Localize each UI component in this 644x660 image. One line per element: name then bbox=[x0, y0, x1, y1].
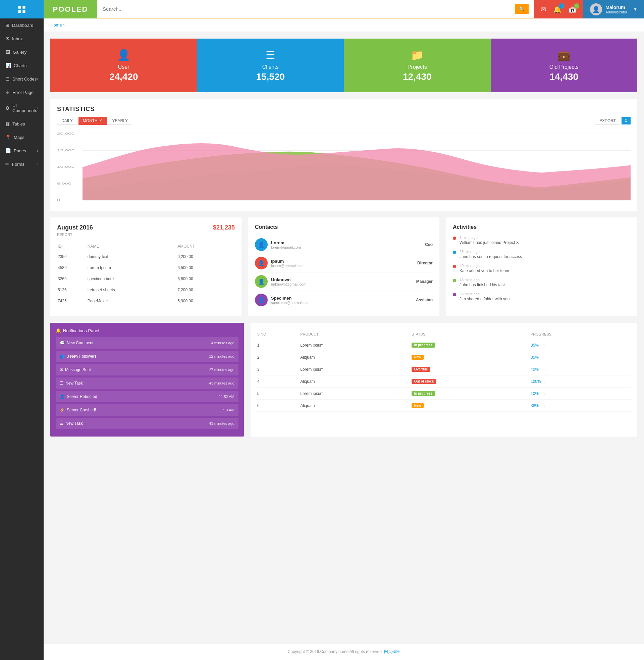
contact-item: 👤 Specimen specimen@hotmail.com Assistan bbox=[255, 291, 433, 310]
cell-name: dummy text bbox=[88, 252, 177, 262]
activity-text: Kate added you to her team bbox=[460, 268, 630, 273]
notification-item[interactable]: ☰ New Task 43 minutes ago bbox=[56, 378, 238, 389]
contacts-list: 👤 Lorem lorem@gmail.com Ceo👤 Ipsum ipsum… bbox=[255, 235, 433, 310]
cell-sno: 2 bbox=[257, 351, 301, 363]
sidebar-item-forms[interactable]: ✏ Forms › bbox=[0, 157, 44, 171]
col-status: STATUS bbox=[412, 329, 531, 339]
progress-cell: 100% ↓ bbox=[531, 379, 630, 384]
stats-title: STATISTICS bbox=[57, 106, 630, 113]
status-badge: Overdue bbox=[412, 367, 431, 372]
stats-btn-daily[interactable]: DAILY bbox=[57, 117, 77, 125]
stat-cards: 👤 User 24,420☰ Clients 15,520📁 Projects … bbox=[50, 39, 637, 92]
sidebar-icon: 📊 bbox=[5, 63, 11, 68]
activity-text: Williams has just joined Project X bbox=[460, 240, 630, 245]
progress-arrow-icon: ↓ bbox=[543, 392, 545, 395]
notification-item[interactable]: ⚡ Server Crashed! 11:13 AM bbox=[56, 404, 238, 416]
user-info: Malorum Administrator bbox=[605, 5, 627, 14]
cell-progress: 40% ↓ bbox=[531, 363, 630, 375]
products-table-card: S.NO PRODUCT STATUS PROGRESS 1 Lorem ips… bbox=[251, 323, 637, 436]
card-icon: 👤 bbox=[117, 49, 131, 62]
notification-item[interactable]: 💬 New Comment 4 minutes ago bbox=[56, 337, 238, 349]
breadcrumb-home[interactable]: Home bbox=[50, 22, 62, 27]
search-button[interactable]: 🔍 bbox=[515, 4, 529, 14]
export-settings-button[interactable]: ⚙ bbox=[622, 117, 630, 124]
sidebar-item-inbox[interactable]: ✉ Inbox bbox=[0, 32, 44, 45]
email-icon-button[interactable]: ✉ bbox=[541, 5, 546, 14]
activity-content: 25 mins ago Jane has sent a request for … bbox=[460, 250, 630, 259]
status-badge: New bbox=[412, 355, 424, 360]
notification-item[interactable]: 👥 3 New Followers 12 minutes ago bbox=[56, 350, 238, 362]
svg-text:20,000: 20,000 bbox=[57, 132, 75, 135]
notification-bell-button[interactable]: 🔔 3 bbox=[553, 5, 561, 14]
report-date: August 2016 bbox=[57, 224, 93, 231]
notification-item[interactable]: ✉ Message Sent 27 minutes ago bbox=[56, 364, 238, 375]
stats-btn-yearly[interactable]: YEARLY bbox=[108, 117, 132, 125]
cell-id: 7425 bbox=[58, 296, 87, 306]
table-row: 2356 dummy text 6,200.00 bbox=[58, 252, 234, 262]
user-menu[interactable]: 👤 Malorum Administrator ▼ bbox=[583, 0, 644, 19]
svg-text:2015-09: 2015-09 bbox=[452, 203, 470, 204]
sidebar-item-tables[interactable]: ▦ Tables bbox=[0, 117, 44, 131]
sidebar-icon: ⚠ bbox=[5, 90, 10, 95]
contact-info: Unknown unknown@gmail.com bbox=[271, 277, 416, 286]
cell-product: Aliquam bbox=[300, 375, 411, 388]
content-area: 👤 User 24,420☰ Clients 15,520📁 Projects … bbox=[44, 32, 644, 643]
sidebar-logo[interactable] bbox=[0, 0, 44, 19]
activity-item: 40 mins ago Kate added you to her team bbox=[453, 264, 630, 273]
contact-email: specimen@hotmail.com bbox=[271, 301, 416, 305]
svg-text:0: 0 bbox=[57, 198, 60, 202]
svg-rect-0 bbox=[19, 6, 21, 8]
progress-arrow-icon: ↓ bbox=[543, 343, 545, 347]
search-input[interactable] bbox=[102, 6, 515, 12]
sidebar-item-gallery[interactable]: 🖼 Gallery bbox=[0, 45, 44, 59]
breadcrumb-separator: › bbox=[63, 22, 64, 27]
activity-dot bbox=[453, 236, 456, 240]
sidebar-item-ui-components[interactable]: ⚙ UI Components › bbox=[0, 99, 44, 117]
sidebar-label: Dashboard bbox=[12, 23, 33, 28]
stat-card-projects: 📁 Projects 12,430 bbox=[344, 39, 491, 92]
col-progress: PROGRESS bbox=[531, 329, 630, 339]
export-button[interactable]: EXPORT bbox=[595, 117, 620, 125]
progress-value: 40% bbox=[531, 367, 542, 372]
sidebar-icon: ✏ bbox=[5, 161, 9, 167]
cell-sno: 6 bbox=[257, 400, 301, 412]
navbar-icons: ✉ 🔔 3 📅 9 bbox=[534, 0, 583, 19]
sidebar-item-maps[interactable]: 📍 Maps bbox=[0, 131, 44, 144]
cell-amount: 6,200.00 bbox=[178, 252, 234, 262]
notif-icon: 👥 bbox=[60, 354, 65, 359]
contact-role: Manager bbox=[416, 279, 433, 284]
svg-text:2014-09: 2014-09 bbox=[199, 203, 218, 204]
stats-btn-monthly[interactable]: MONTHLY bbox=[78, 117, 107, 125]
contact-item: 👤 Ipsum ipsum@hotmail.com Director bbox=[255, 254, 433, 272]
contact-avatar: 👤 bbox=[255, 275, 268, 288]
contact-info: Specimen specimen@hotmail.com bbox=[271, 296, 416, 305]
contact-role: Director bbox=[417, 261, 433, 266]
contact-item: 👤 Unknown unknown@gmail.com Manager bbox=[255, 272, 433, 291]
sidebar-item-pages[interactable]: 📄 Pages › bbox=[0, 144, 44, 157]
statistics-chart: 20,000 15,000 10,000 5,000 0 bbox=[57, 130, 630, 204]
notif-icon: ☰ bbox=[60, 421, 63, 426]
cell-amount: 6,500.00 bbox=[178, 263, 234, 273]
progress-arrow-icon: ↓ bbox=[543, 367, 545, 371]
cell-status: In progress bbox=[412, 339, 531, 351]
status-badge: New bbox=[412, 403, 424, 408]
cell-amount: 7,200.00 bbox=[178, 285, 234, 295]
activity-time: 55 mins ago bbox=[460, 292, 630, 296]
calendar-icon-button[interactable]: 📅 9 bbox=[568, 5, 577, 14]
sidebar-item-error-page[interactable]: ⚠ Error Page bbox=[0, 86, 44, 99]
activity-content: 40 mins ago Kate added you to her team bbox=[460, 264, 630, 273]
notif-text: 👤 Server Rebooted bbox=[60, 394, 97, 399]
cell-progress: 100% ↓ bbox=[531, 375, 630, 388]
cell-amount: 5,900.00 bbox=[178, 296, 234, 306]
notification-item[interactable]: ☰ New Task 43 minutes ago bbox=[56, 418, 238, 429]
sidebar-item-short-codes[interactable]: ☰ Short Codes › bbox=[0, 72, 44, 86]
col-product: PRODUCT bbox=[300, 329, 411, 339]
products-table: S.NO PRODUCT STATUS PROGRESS 1 Lorem ips… bbox=[257, 329, 630, 412]
sidebar-item-charts[interactable]: 📊 Charts bbox=[0, 59, 44, 72]
col-name: NAME bbox=[88, 242, 177, 251]
sidebar-item-dashboard[interactable]: ⊞ Dashboard bbox=[0, 19, 44, 32]
footer-link[interactable]: 网页模板 bbox=[384, 649, 400, 654]
status-badge: In progress bbox=[412, 391, 435, 396]
sidebar-label: Short Codes bbox=[13, 76, 37, 82]
notification-item[interactable]: 👤 Server Rebooted 11:52 AM bbox=[56, 391, 238, 402]
